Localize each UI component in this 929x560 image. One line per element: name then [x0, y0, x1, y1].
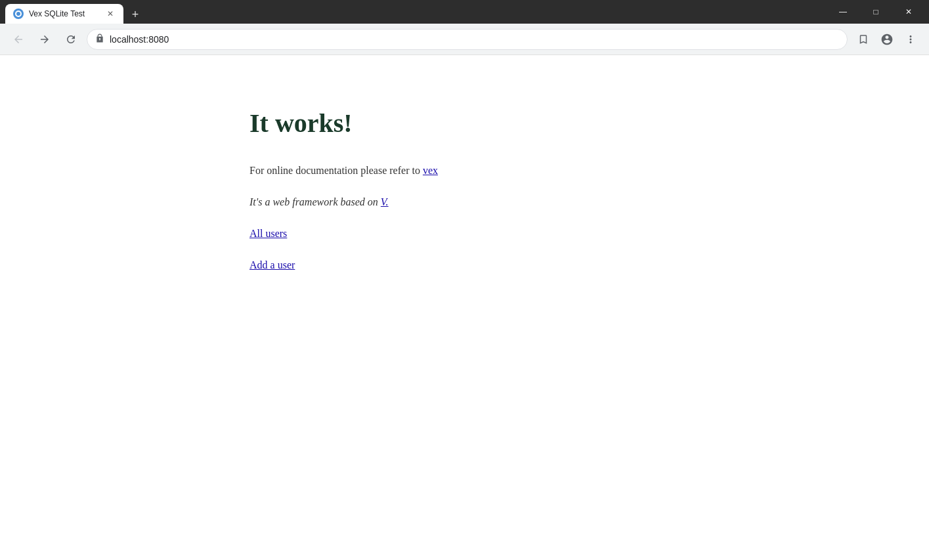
active-tab[interactable]: Vex SQLite Test ✕ — [5, 4, 123, 24]
menu-button[interactable] — [900, 29, 921, 50]
v-link[interactable]: V. — [381, 196, 389, 207]
bookmark-button[interactable] — [853, 29, 874, 50]
italic-paragraph: It's a web framework based on V. — [249, 196, 929, 208]
page-content: It works! For online documentation pleas… — [0, 55, 929, 560]
address-input[interactable] — [110, 34, 839, 45]
doc-paragraph: For online documentation please refer to… — [249, 165, 929, 177]
tab-favicon — [13, 9, 24, 19]
tab-title: Vex SQLite Test — [29, 9, 100, 18]
minimize-button[interactable]: — — [828, 0, 858, 24]
lock-icon — [95, 33, 104, 45]
favicon-inner — [15, 11, 22, 17]
add-user-link[interactable]: Add a user — [249, 259, 929, 271]
italic-prefix: It's a web framework based on — [249, 196, 381, 207]
vex-link[interactable]: vex — [423, 165, 438, 176]
close-button[interactable]: ✕ — [894, 0, 924, 24]
browser-window: Vex SQLite Test ✕ + — □ ✕ — [0, 0, 929, 560]
nav-right-buttons — [853, 29, 921, 50]
address-bar-wrap[interactable] — [87, 29, 848, 50]
tab-close-button[interactable]: ✕ — [105, 9, 116, 19]
new-tab-button[interactable]: + — [126, 5, 144, 24]
all-users-link[interactable]: All users — [249, 228, 929, 240]
window-controls: — □ ✕ — [828, 0, 924, 24]
forward-button[interactable] — [34, 29, 55, 50]
doc-prefix: For online documentation please refer to — [249, 165, 423, 176]
maximize-button[interactable]: □ — [861, 0, 891, 24]
back-button[interactable] — [8, 29, 29, 50]
reload-button[interactable] — [60, 29, 81, 50]
title-bar: Vex SQLite Test ✕ + — □ ✕ — [0, 0, 929, 24]
nav-bar — [0, 24, 929, 55]
tab-bar: Vex SQLite Test ✕ + — [5, 0, 828, 24]
page-heading: It works! — [249, 108, 929, 139]
profile-button[interactable] — [876, 29, 897, 50]
